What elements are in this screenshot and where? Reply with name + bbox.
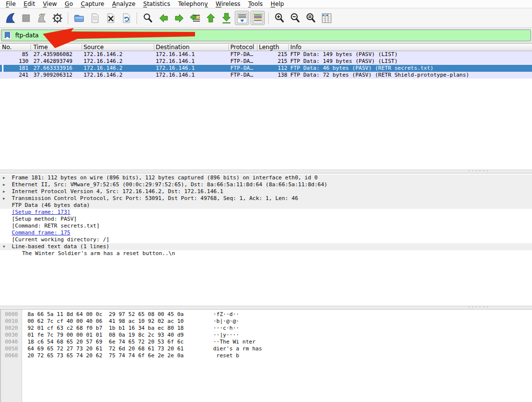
capture-options-button[interactable] bbox=[50, 11, 64, 25]
column-header-time[interactable]: Time bbox=[33, 44, 48, 51]
auto-scroll-toggle[interactable] bbox=[235, 11, 249, 25]
go-back-button[interactable] bbox=[156, 11, 170, 25]
go-forward-button[interactable] bbox=[172, 11, 186, 25]
reload-file-button[interactable] bbox=[119, 11, 133, 25]
expander-collapsed-icon[interactable]: ▶ bbox=[3, 188, 5, 195]
hex-ascii[interactable]: ··The Wi nter bbox=[213, 339, 255, 345]
hex-bytes[interactable]: 00 62 7c cf 40 00 40 06 41 98 ac 10 92 0… bbox=[28, 318, 184, 325]
column-divider[interactable] bbox=[30, 44, 31, 51]
column-divider[interactable] bbox=[257, 44, 257, 51]
menu-edit[interactable]: Edit bbox=[20, 0, 39, 8]
close-capture-file-button[interactable] bbox=[103, 11, 117, 25]
hex-row[interactable]: 0000 8a 66 5a 11 8d 64 00 0c 29 97 52 65… bbox=[1, 311, 532, 318]
menu-wireless[interactable]: Wireless bbox=[212, 0, 244, 8]
detail-row-frame[interactable]: ▶ Frame 181: 112 bytes on wire (896 bits… bbox=[0, 174, 532, 181]
detail-row-ip[interactable]: ▶ Internet Protocol Version 4, Src: 172.… bbox=[0, 188, 532, 195]
hex-bytes[interactable]: 92 01 cf 63 c2 68 f0 b7 1b b1 16 34 ba e… bbox=[28, 325, 184, 332]
setup-frame-link[interactable]: [Setup frame: 173] bbox=[12, 209, 70, 216]
expander-collapsed-icon[interactable]: ▶ bbox=[3, 195, 5, 202]
menu-telephony[interactable]: Telephony bbox=[174, 0, 212, 8]
save-capture-file-button[interactable] bbox=[87, 11, 102, 25]
zoom-in-button[interactable] bbox=[272, 11, 286, 25]
restart-capture-button[interactable] bbox=[34, 11, 49, 25]
detail-text: [Current working directory: /] bbox=[12, 236, 110, 243]
column-header-info[interactable]: Info bbox=[290, 44, 302, 51]
go-to-top-button[interactable] bbox=[203, 11, 218, 25]
menu-statistics[interactable]: Statistics bbox=[140, 0, 174, 8]
menu-help[interactable]: Help bbox=[267, 0, 288, 8]
detail-row-tcp[interactable]: ▶ Transmission Control Protocol, Src Por… bbox=[0, 195, 532, 202]
packet-row-181-selected[interactable]: 181 27.663333916 172.16.146.2 172.16.146… bbox=[0, 65, 532, 72]
cell-destination: 172.16.146.1 bbox=[156, 51, 195, 58]
detail-row-cwd[interactable]: [Current working directory: /] bbox=[0, 236, 532, 243]
packet-row-241[interactable]: 241 37.909206312 172.16.146.2 172.16.146… bbox=[0, 72, 532, 79]
hex-bytes[interactable]: 64 69 65 72 27 73 20 61 72 6d 20 68 61 7… bbox=[28, 345, 184, 352]
go-to-bottom-button[interactable] bbox=[219, 11, 233, 25]
detail-row-line-based-text[interactable]: ▼ Line-based text data (1 lines) bbox=[0, 243, 532, 250]
hex-row[interactable]: 0040 18 c6 54 68 65 20 57 69 6e 74 65 72… bbox=[1, 339, 532, 345]
hex-ascii[interactable]: ··|y···· bbox=[213, 332, 239, 339]
hex-bytes[interactable]: 18 c6 54 68 65 20 57 69 6e 74 65 72 20 5… bbox=[28, 339, 184, 345]
auto-scroll-icon bbox=[236, 12, 248, 24]
hex-ascii[interactable]: reset b bbox=[213, 352, 239, 359]
hex-ascii[interactable]: ·fZ··d·· bbox=[213, 311, 239, 318]
column-header-destination[interactable]: Destination bbox=[156, 44, 190, 51]
hex-ascii[interactable]: ···c·h·· bbox=[213, 325, 239, 332]
column-divider[interactable] bbox=[228, 44, 229, 51]
detail-row-command-frame[interactable]: Command frame: 175 bbox=[0, 230, 532, 236]
hex-ascii[interactable]: dier's a rm has bbox=[213, 345, 262, 352]
hex-bytes[interactable]: 20 72 65 73 65 74 20 62 75 74 74 6f 6e 2… bbox=[28, 352, 184, 359]
find-packet-button[interactable] bbox=[140, 11, 155, 25]
column-divider[interactable] bbox=[82, 44, 82, 51]
hex-row[interactable]: 0050 64 69 65 72 27 73 20 61 72 6d 20 68… bbox=[1, 345, 532, 352]
hex-row[interactable]: 0020 92 01 cf 63 c2 68 f0 b7 1b b1 16 34… bbox=[1, 325, 532, 332]
hex-bytes[interactable]: 01 fe 7c 79 00 00 01 01 08 0a 19 8c 2c 9… bbox=[28, 332, 184, 339]
column-header-source[interactable]: Source bbox=[84, 44, 104, 51]
hex-bytes[interactable]: 8a 66 5a 11 8d 64 00 0c 29 97 52 65 08 0… bbox=[28, 311, 184, 318]
zoom-original-button[interactable] bbox=[304, 11, 318, 25]
column-divider[interactable] bbox=[288, 44, 289, 51]
detail-row-setup-frame[interactable]: [Setup frame: 173] bbox=[0, 209, 532, 216]
menu-file[interactable]: File bbox=[2, 0, 20, 8]
packet-row-85[interactable]: 85 27.435986082 172.16.146.2 172.16.146.… bbox=[0, 51, 532, 58]
column-header-protocol[interactable]: Protocol bbox=[230, 44, 254, 51]
expander-collapsed-icon[interactable]: ▶ bbox=[3, 181, 5, 188]
hex-row[interactable]: 0030 01 fe 7c 79 00 00 01 01 08 0a 19 8c… bbox=[1, 332, 532, 339]
expander-collapsed-icon[interactable]: ▶ bbox=[3, 174, 5, 181]
expander-expanded-icon[interactable]: ▼ bbox=[3, 243, 5, 250]
open-file-folder-icon bbox=[73, 12, 85, 24]
detail-row-text-line[interactable]: The Winter Soldier's arm has a reset but… bbox=[0, 250, 532, 257]
go-to-packet-button[interactable] bbox=[188, 11, 202, 25]
detail-row-ethernet[interactable]: ▶ Ethernet II, Src: VMware_97:52:65 (00:… bbox=[0, 181, 532, 188]
zoom-out-button[interactable] bbox=[288, 11, 302, 25]
cell-info: FTP Data: 46 bytes (PASV) (RETR secrets.… bbox=[290, 65, 433, 72]
column-divider[interactable] bbox=[154, 44, 154, 51]
menu-go[interactable]: Go bbox=[61, 0, 77, 8]
filter-bookmark-button[interactable] bbox=[3, 31, 12, 40]
column-header-no[interactable]: No. bbox=[2, 44, 12, 51]
hex-ascii[interactable]: ·b|·@·@· bbox=[213, 318, 239, 325]
detail-row-setup-method[interactable]: [Setup method: PASV] bbox=[0, 216, 532, 223]
hex-row[interactable]: 0010 00 62 7c cf 40 00 40 06 41 98 ac 10… bbox=[1, 318, 532, 325]
pane-splitter-top[interactable]: ······ bbox=[0, 170, 532, 173]
cell-info: FTP Data: 149 bytes (PASV) (LIST) bbox=[290, 58, 398, 65]
display-filter-input[interactable]: ftp-data bbox=[1, 29, 531, 41]
hex-offset: 0030 bbox=[5, 332, 18, 339]
packet-row-130[interactable]: 130 27.462893749 172.16.146.2 172.16.146… bbox=[0, 58, 532, 65]
menu-tools[interactable]: Tools bbox=[244, 0, 267, 8]
command-frame-link[interactable]: Command frame: 175 bbox=[12, 230, 70, 236]
menu-view[interactable]: View bbox=[39, 0, 60, 8]
detail-row-command[interactable]: [Command: RETR secrets.txt] bbox=[0, 223, 532, 230]
hex-row[interactable]: 0060 20 72 65 73 65 74 20 62 75 74 74 6f… bbox=[1, 352, 532, 359]
menu-capture[interactable]: Capture bbox=[77, 0, 108, 8]
column-header-length[interactable]: Length bbox=[259, 44, 279, 51]
start-capture-button[interactable] bbox=[3, 11, 17, 25]
menu-analyze[interactable]: Analyze bbox=[108, 0, 139, 8]
open-capture-file-button[interactable] bbox=[72, 11, 86, 25]
pane-splitter-bottom[interactable]: ······ bbox=[0, 306, 532, 310]
hex-offset: 0050 bbox=[5, 345, 18, 352]
resize-columns-button[interactable] bbox=[319, 11, 334, 25]
detail-row-ftp-data[interactable]: FTP Data (46 bytes data) bbox=[0, 202, 532, 209]
stop-capture-button[interactable] bbox=[19, 11, 33, 25]
colorize-toggle[interactable] bbox=[251, 11, 265, 25]
